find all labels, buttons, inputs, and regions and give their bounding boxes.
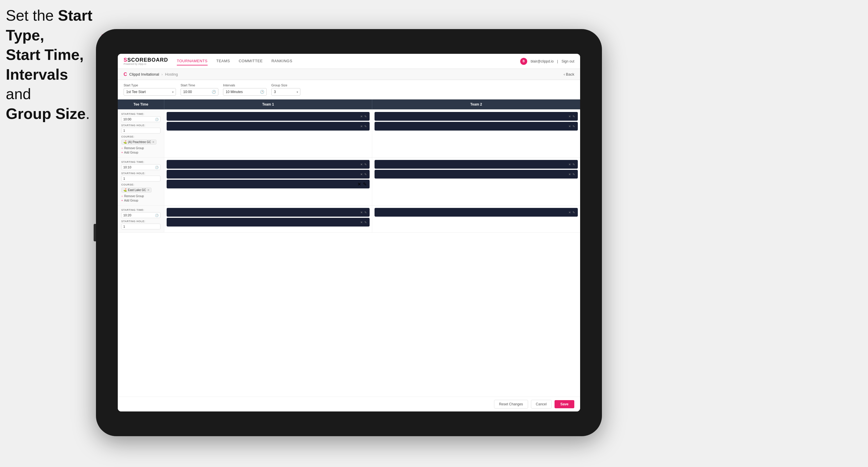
add-group-btn-2[interactable]: + Add Group [121, 198, 160, 203]
nav-teams[interactable]: TEAMS [216, 57, 230, 65]
player-remove-icon-3-3[interactable]: ✕ [358, 182, 361, 187]
starting-hole-select-2[interactable]: 1210 [121, 176, 160, 182]
schedule-table: Tee Time Team 1 Team 2 STARTING TIME: 10… [118, 99, 580, 397]
player-remove-icon-4-1[interactable]: ✕ [568, 163, 571, 166]
tee-time-col-2: STARTING TIME: 10:10 🕐 STARTING HOLE: 12… [118, 158, 164, 205]
nav-rankings[interactable]: RANKINGS [271, 57, 292, 65]
player-edit-icon-2-2[interactable]: ✎ [572, 125, 575, 128]
starting-time-input-2[interactable]: 10:10 🕐 [121, 164, 160, 170]
nav-committee[interactable]: COMMITTEE [239, 57, 263, 65]
starting-hole-label-2: STARTING HOLE: [121, 172, 160, 175]
course-label-1: COURSE: [121, 135, 160, 138]
player-row-3-3: ✕ ✎ [166, 180, 370, 188]
player-remove-icon-5-1[interactable]: ✕ [360, 211, 363, 214]
player-row-1-1: ✕ ✎ [166, 112, 370, 121]
clipp-icon: C [124, 72, 127, 77]
nav-tournaments[interactable]: TOURNAMENTS [177, 57, 208, 65]
group-size-select[interactable]: 2 3 4 [271, 88, 300, 96]
group-row-2: STARTING TIME: 10:10 🕐 STARTING HOLE: 12… [118, 158, 580, 206]
starting-hole-wrap-2: 1210 [121, 176, 160, 182]
save-button[interactable]: Save [555, 400, 574, 408]
tablet-screen: SSCOREBOARD Powered by clipp.io TOURNAME… [118, 54, 580, 411]
start-type-select[interactable]: 1st Tee Start Shotgun Start Custom [124, 88, 176, 96]
nav-right: B blair@clippd.io | Sign out [520, 58, 574, 65]
remove-group-btn-2[interactable]: ○ Remove Group [121, 194, 160, 198]
player-row-3-2: ✕ ✎ [166, 170, 370, 179]
starting-hole-wrap-1: 1210 [121, 128, 160, 133]
course-name-2: East Lake GC [128, 188, 146, 192]
starting-hole-label-3: STARTING HOLE: [121, 220, 160, 223]
player-edit-icon-6-1[interactable]: ✎ [572, 211, 575, 214]
player-edit-icon-3-1[interactable]: ✎ [364, 163, 367, 166]
player-remove-icon-3-1[interactable]: ✕ [360, 163, 363, 166]
start-time-label: Start Time [181, 84, 218, 87]
player-remove-icon-2-1[interactable]: ✕ [568, 115, 571, 118]
player-remove-icon-1-1[interactable]: ✕ [360, 115, 363, 118]
group-actions-1: ○ Remove Group + Add Group [121, 146, 160, 154]
intervals-label: Intervals [223, 84, 267, 87]
cancel-button[interactable]: Cancel [531, 400, 552, 409]
player-edit-icon-4-1[interactable]: ✎ [572, 163, 575, 166]
nav-separator: | [557, 59, 558, 63]
col-tee-time: Tee Time [118, 99, 164, 109]
player-edit-icon-5-1[interactable]: ✎ [364, 211, 367, 214]
back-link[interactable]: Back [563, 72, 574, 76]
starting-hole-select-3[interactable]: 1210 [121, 224, 160, 229]
time-icon-3: 🕐 [155, 214, 158, 217]
group-row-1: STARTING TIME: 10:00 🕐 STARTING HOLE: 12… [118, 110, 580, 158]
team2-col-3: ✕ ✎ [372, 206, 580, 232]
course-remove-2[interactable]: ✕ [147, 188, 150, 192]
player-row-4-2: ✕ ✎ [375, 170, 578, 179]
player-remove-icon-1-2[interactable]: ✕ [360, 125, 363, 128]
team2-col-1: ✕ ✎ ✕ ✎ [372, 110, 580, 157]
player-remove-icon-5-2[interactable]: ✕ [360, 221, 363, 224]
starting-time-label-2: STARTING TIME: [121, 160, 160, 163]
player-row-6-1: ✕ ✎ [375, 208, 578, 217]
player-edit-icon-2-1[interactable]: ✎ [572, 115, 575, 118]
player-row-2-1: ✕ ✎ [375, 112, 578, 121]
starting-time-label-1: STARTING TIME: [121, 113, 160, 116]
starting-time-input-3[interactable]: 10:20 🕐 [121, 212, 160, 218]
brand-logo: SSCOREBOARD Powered by clipp.io [124, 57, 168, 65]
intervals-clock-icon: 🕐 [260, 90, 264, 94]
logo-text: SSCOREBOARD [124, 57, 168, 63]
player-edit-icon-3-3[interactable]: ✎ [363, 182, 367, 187]
course-remove-1[interactable]: ✕ [152, 141, 154, 144]
player-edit-icon-5-2[interactable]: ✎ [364, 221, 367, 224]
tournament-name[interactable]: Clippd Invitational [129, 72, 159, 76]
player-edit-icon-4-2[interactable]: ✎ [572, 173, 575, 176]
reset-changes-button[interactable]: Reset Changes [494, 400, 528, 409]
team1-col-1: ✕ ✎ ✕ ✎ [164, 110, 372, 157]
start-type-group: Start Type 1st Tee Start Shotgun Start C… [124, 84, 176, 96]
start-time-group: Start Time 10:00 10:10 10:20 🕐 [181, 84, 218, 96]
team1-col-2: ✕ ✎ ✕ ✎ ✕ ✎ [164, 158, 372, 205]
breadcrumb: C Clippd Invitational › Hosting [124, 72, 178, 77]
player-remove-icon-2-2[interactable]: ✕ [568, 125, 571, 128]
sign-out-link[interactable]: Sign out [561, 59, 574, 63]
add-group-btn-1[interactable]: + Add Group [121, 151, 160, 154]
starting-time-label-3: STARTING TIME: [121, 209, 160, 211]
bottom-actions: Reset Changes Cancel Save [118, 397, 580, 411]
player-edit-icon-3-2[interactable]: ✎ [364, 173, 367, 176]
player-row-3-1: ✕ ✎ [166, 160, 370, 169]
table-header: Tee Time Team 1 Team 2 [118, 99, 580, 110]
player-edit-icon-1-1[interactable]: ✎ [364, 115, 367, 118]
player-edit-icon-1-2[interactable]: ✎ [364, 125, 367, 128]
player-remove-icon-4-2[interactable]: ✕ [568, 173, 571, 176]
player-row-2-2: ✕ ✎ [375, 122, 578, 130]
group-actions-2: ○ Remove Group + Add Group [121, 194, 160, 203]
time-icon-1: 🕐 [155, 118, 158, 121]
course-icon-2: ⛳ [123, 188, 127, 192]
navbar: SSCOREBOARD Powered by clipp.io TOURNAME… [118, 54, 580, 69]
course-label-2: COURSE: [121, 183, 160, 186]
intervals-group: Intervals 5 Minutes 10 Minutes 15 Minute… [223, 84, 267, 96]
player-remove-icon-6-1[interactable]: ✕ [568, 211, 571, 214]
starting-time-input-1[interactable]: 10:00 🕐 [121, 116, 160, 122]
team2-col-2: ✕ ✎ ✕ ✎ [372, 158, 580, 205]
starting-hole-select-1[interactable]: 1210 [121, 128, 160, 133]
player-remove-icon-3-2[interactable]: ✕ [360, 173, 363, 176]
section-label: Hosting [165, 72, 178, 76]
remove-group-btn-1[interactable]: ○ Remove Group [121, 146, 160, 150]
player-row-4-1: ✕ ✎ [375, 160, 578, 169]
course-tag-2: ⛳ East Lake GC ✕ [121, 188, 152, 192]
